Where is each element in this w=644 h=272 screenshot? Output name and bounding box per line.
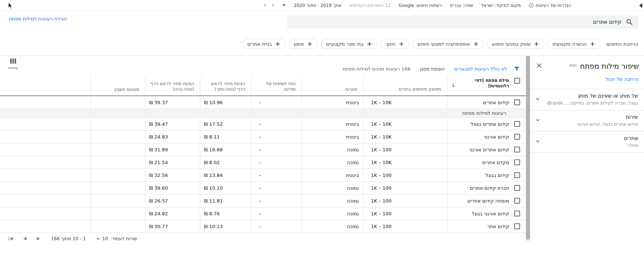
table-row[interactable]: קידום אתרים 1K – 10K בינונית – ₪ 10.96 ₪… — [0, 96, 526, 109]
table-row[interactable]: קידום אתרים אורגני 1K – 100 נמוכה – ₪ 16… — [0, 143, 526, 156]
refine-section-brand[interactable]: של מותג או שאינם של מותג בגוגל, חברה לקי… — [534, 89, 639, 109]
refine-section-others[interactable]: אחרים מחירי — [534, 132, 639, 152]
row-checkbox[interactable] — [514, 147, 520, 152]
scrollbar-thumb[interactable] — [526, 56, 530, 239]
account-status-cell — [90, 220, 145, 233]
broaden-chip[interactable]: + בתי ספר מקצועיים — [321, 39, 377, 49]
row-filler — [0, 156, 90, 169]
row-checkbox[interactable] — [514, 172, 520, 178]
expand-all-link[interactable]: הרחבה של הכול — [606, 76, 639, 82]
row-checkbox[interactable] — [514, 99, 520, 105]
chevron-down-icon — [534, 138, 544, 146]
close-icon[interactable]: × — [534, 62, 545, 69]
keyword-cell: חברת קידום אתרים — [470, 185, 509, 191]
header-avg-searches[interactable]: ממוצע חיפושים בחודש — [363, 76, 447, 95]
row-checkbox[interactable] — [514, 121, 520, 127]
mouse-cursor — [8, 2, 13, 10]
header-competition[interactable]: תחרות — [302, 76, 363, 95]
row-checkbox[interactable] — [514, 211, 520, 216]
table-row[interactable]: קידום אתרים בגוגל 1K – 10K בינונית – ₪ 1… — [0, 118, 526, 131]
table-row[interactable]: קידום אורגני בגוגל 1K – 100 נמוכה – ₪ 8.… — [0, 207, 526, 220]
row-filler — [0, 169, 90, 181]
broaden-chip[interactable]: + חינוך — [380, 39, 409, 49]
language-setting[interactable]: שפה: עברית — [450, 3, 473, 8]
ad-impression-share-cell: – — [251, 118, 302, 130]
broaden-chip[interactable]: + אימון — [289, 39, 318, 49]
ad-impression-share-cell: – — [251, 131, 302, 143]
bid-low-cell: ₪ 10.10 — [200, 182, 251, 194]
download-keyword-ideas-link[interactable]: הורדת רעיונות למילות מפתח — [9, 16, 67, 22]
plus-icon: + — [534, 41, 539, 47]
row-filler — [0, 143, 90, 156]
header-account-status[interactable]: סטטוס חשבון — [90, 76, 145, 95]
broaden-chip[interactable]: + אופטימיזציה למנועי חיפוש — [412, 39, 484, 49]
exclude-adult-ideas-link[interactable]: לא כולל רעיונות למבוגרים — [454, 66, 507, 72]
avg-searches-cell: 1K – 10K — [363, 118, 447, 130]
avg-searches-cell: 1K – 10K — [363, 96, 447, 109]
columns-icon — [10, 58, 16, 64]
broaden-chip[interactable]: + הכשרה מקצועית — [548, 39, 601, 49]
row-checkbox[interactable] — [514, 223, 520, 229]
first-page-icon[interactable]: |◀ — [8, 236, 13, 241]
next-period-arrow-icon[interactable]: › — [272, 3, 274, 8]
date-range-setting[interactable]: אוק' 2019 - ספט' 2020 — [294, 3, 341, 8]
account-status-cell — [90, 156, 145, 169]
search-input[interactable]: קידום אתרים — [287, 15, 638, 29]
pagination-nav: |◀ ◀ ▶ — [8, 236, 40, 241]
avg-searches-cell: 1K – 100 — [363, 207, 447, 220]
competition-cell: בינונית — [302, 118, 363, 130]
refine-section-service[interactable]: שירות קידום אתרים בגוגל, קידום אורגני — [534, 110, 639, 131]
account-status-cell — [90, 118, 145, 130]
vertical-scrollbar[interactable] — [526, 56, 530, 241]
account-status-cell — [90, 169, 145, 181]
select-all-checkbox[interactable] — [514, 78, 520, 84]
header-bid-high[interactable]: הצעת מחיר לראש הדף (טווח גבוה) — [145, 76, 200, 95]
keyword-cell: קידום אתרים — [483, 100, 509, 105]
bid-low-cell: ₪ 17.52 — [200, 118, 251, 130]
table-row[interactable]: קידום אורגני 1K – 10K בינונית – ₪ 8.11 ₪… — [0, 131, 526, 143]
previous-page-icon[interactable]: ◀ — [23, 236, 26, 241]
broaden-chip[interactable]: + בניית אתרים — [242, 39, 285, 49]
row-checkbox[interactable] — [514, 159, 520, 165]
add-filter-button[interactable]: הוספת מסנן — [420, 66, 444, 72]
chevron-down-icon — [534, 117, 544, 125]
table-row[interactable]: קידום אתר 1K – 100 נמוכה – ₪ 10.13 ₪ 30.… — [0, 220, 526, 233]
collapse-panel-icon[interactable] — [639, 3, 642, 8]
main-content: שיפור מילות מפתח בטא × הרחבה של הכול של … — [0, 56, 644, 241]
table-row[interactable]: מקדם אתרים 1K – 10K נמוכה – ₪ 8.02 ₪ 21.… — [0, 156, 526, 169]
pagination-bar: שורות לעמוד: 10 1 - 10 מתוך 166 |◀ ◀ ▶ — [0, 236, 526, 241]
networks-setting[interactable]: רשתות חיפוש: Google — [399, 3, 442, 8]
row-filler — [0, 96, 90, 109]
keyword-ideas-section-band: רעיונות למילות מפתח — [0, 109, 526, 118]
bid-high-cell: ₪ 30.77 — [145, 220, 200, 233]
table-row[interactable]: קידום בגוגל 1K – 100 בינונית – ₪ 13.84 ₪… — [0, 169, 526, 182]
chevron-down-icon — [534, 95, 544, 103]
broaden-chip[interactable]: + שיווק במנועי חיפוש — [487, 39, 544, 49]
row-checkbox[interactable] — [514, 134, 520, 140]
chevron-down-icon[interactable] — [282, 4, 286, 6]
header-keyword[interactable]: מילת מפתח (לפי רלוונטיות) ↓ — [447, 76, 526, 95]
plus-icon: + — [590, 41, 595, 47]
filter-funnel-icon[interactable] — [514, 65, 520, 72]
location-setting[interactable]: מקום למיקוד: ישראל — [481, 3, 520, 8]
rows-per-page-control[interactable]: שורות לעמוד: 10 — [97, 236, 137, 241]
bid-high-cell: ₪ 26.57 — [145, 194, 200, 207]
avg-searches-cell: 1K – 100 — [363, 143, 447, 156]
plus-icon: + — [275, 41, 280, 47]
row-filler — [0, 131, 90, 143]
row-filler — [0, 182, 90, 194]
header-bid-low[interactable]: הצעת מחיר לראש הדף (טווח נמוך) — [200, 76, 251, 95]
columns-button[interactable]: עמודות — [5, 58, 21, 70]
table-row[interactable]: מומחה קידום אתרים 1K – 100 נמוכה – ₪ 11.… — [0, 194, 526, 207]
table-row[interactable]: חברת קידום אתרים 1K – 100 נמוכה – ₪ 10.1… — [0, 182, 526, 194]
ad-impression-share-cell: – — [251, 207, 302, 220]
header-impression-share[interactable]: נתח חשיפות של מודעה — [251, 76, 302, 95]
row-checkbox[interactable] — [514, 198, 520, 204]
row-checkbox[interactable] — [514, 185, 520, 191]
keyword-cell: קידום בגוגל — [485, 173, 509, 178]
prev-period-arrow-icon[interactable]: ‹ — [264, 3, 266, 8]
bid-low-cell: ₪ 8.76 — [200, 207, 251, 220]
next-page-icon[interactable]: ▶ — [37, 236, 40, 241]
competition-cell: נמוכה — [302, 207, 363, 220]
sort-descending-icon[interactable]: ↓ — [451, 82, 456, 88]
